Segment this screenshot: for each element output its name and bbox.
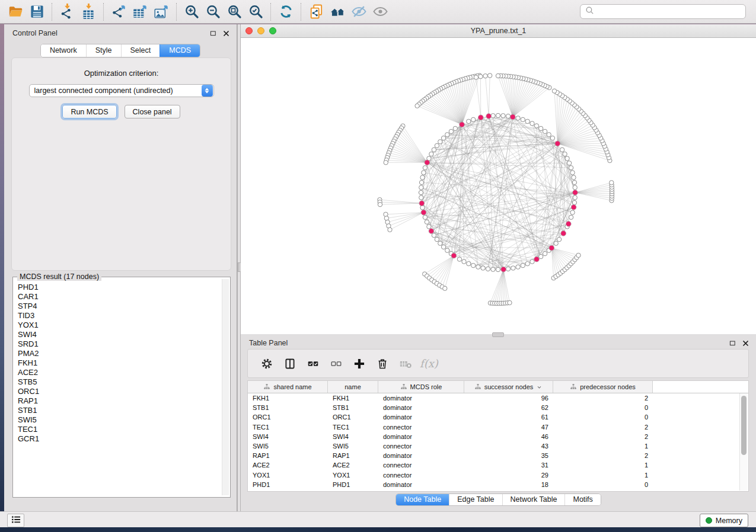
cell: 62 [464,404,553,411]
control-panel-tabs: NetworkStyleSelectMCDS [40,44,200,57]
refresh-button[interactable] [275,2,296,21]
mcds-result-node[interactable]: ORC1 [13,387,222,396]
column-header-shared-name[interactable]: shared name [248,381,328,393]
float-icon[interactable] [209,29,218,40]
cell: 29 [464,472,553,479]
table-scrollbar[interactable] [739,393,748,491]
run-mcds-button[interactable]: Run MCDS [62,105,116,118]
mcds-result-node[interactable]: FKH1 [13,358,222,368]
export-image-button[interactable] [151,2,172,21]
cell: 1 [553,443,653,450]
trash-button[interactable] [374,355,391,373]
tab-node-table[interactable]: Node Table [396,494,449,505]
plus-button[interactable] [350,355,368,373]
mcds-result-node[interactable]: YOX1 [13,321,222,330]
tab-select[interactable]: Select [121,44,160,57]
table-row[interactable]: PHD1PHD1dominator180 [248,480,748,489]
search-icon [585,5,595,18]
column-header-predecessor-nodes[interactable]: predecessor nodes [553,381,653,393]
table-row[interactable]: ORC1ORC1dominator610 [248,412,748,422]
table-row[interactable]: YOX1YOX1connector291 [248,470,748,480]
table-row[interactable]: STB1STB1dominator620 [248,403,748,412]
mcds-result-node[interactable]: SWI5 [13,415,222,425]
zoom-out-button[interactable] [202,2,224,21]
function-builder-button[interactable]: f(x) [420,357,438,370]
network-graph[interactable] [241,38,756,334]
mcds-result-node[interactable]: TEC1 [13,425,222,434]
table-row[interactable]: RAP1RAP1dominator352 [248,451,748,460]
refresh-icon [278,4,294,20]
import-table-icon [81,4,97,20]
table-row[interactable]: ACE2ACE2connector311 [248,460,748,470]
table-scrollbar-thumb[interactable] [741,396,747,455]
export-table-button[interactable] [129,2,151,21]
hide-selected-button[interactable] [348,2,369,21]
sitemap-icon [570,383,577,390]
tab-edge-table[interactable]: Edge Table [449,494,502,505]
column-header-MCDS-role[interactable]: MCDS role [378,381,464,393]
mcds-result-node[interactable]: CAR1 [13,292,222,302]
float-icon [728,339,737,348]
zoom-fit-button[interactable] [224,2,245,21]
export-network-button[interactable] [108,2,129,21]
close-icon[interactable] [222,29,231,40]
column-label: predecessor nodes [580,383,636,390]
zoom-selected-button[interactable] [245,2,266,21]
tab-mcds[interactable]: MCDS [160,44,200,57]
tab-motifs[interactable]: Motifs [564,494,600,505]
import-network-button[interactable] [56,2,78,21]
table-row[interactable]: SWI5SWI5connector431 [248,441,748,451]
mcds-result-node[interactable]: GCR1 [13,434,222,444]
mcds-result-node[interactable]: SRD1 [13,339,222,349]
mcds-result-scrollbar[interactable] [222,279,229,495]
first-neighbors-button[interactable] [327,2,348,21]
mcds-result-node[interactable]: STB1 [13,406,222,415]
table-row[interactable]: SWI4SWI4dominator462 [248,432,748,441]
network-window-title: YPA_prune.txt_1 [241,27,756,35]
cell: FKH1 [328,395,378,402]
table-row[interactable]: TEC1TEC1connector472 [248,422,748,432]
column-header-name[interactable]: name [328,381,378,393]
cell: RAP1 [248,452,328,459]
tab-style[interactable]: Style [86,44,121,57]
mcds-result-node[interactable]: STB5 [13,377,222,387]
columns-icon [283,357,296,370]
node-table: shared namenameMCDS rolesuccessor nodesp… [247,380,749,492]
search-input[interactable] [597,5,745,18]
import-table-button[interactable] [78,2,99,21]
network-canvas[interactable] [241,38,756,334]
tab-network-table[interactable]: Network Table [502,494,565,505]
columns-button[interactable] [281,355,299,373]
show-all-button[interactable] [369,2,391,21]
mcds-result-title: MCDS result (17 nodes) [17,273,101,281]
criterion-select[interactable]: largest connected component (undirected) [29,84,214,97]
mcds-result-node[interactable]: RAP1 [13,396,222,406]
mcds-result-node[interactable]: TID3 [13,311,222,321]
column-header-successor-nodes[interactable]: successor nodes [464,381,553,393]
close-panel-button[interactable]: Close panel [125,105,180,118]
zoom-fit-icon [227,4,243,20]
cb-unchecked-button[interactable] [327,355,345,373]
mcds-result-node[interactable]: SWI4 [13,330,222,339]
memory-button[interactable]: Memory [700,514,748,527]
cell: 0 [553,414,653,421]
mcds-result-node[interactable]: PHD1 [13,283,222,292]
mcds-result-node[interactable]: STP4 [13,302,222,311]
task-history-button[interactable] [7,514,24,527]
cb-checked-button[interactable] [304,355,322,373]
mcds-result-node[interactable]: PMA2 [13,349,222,358]
tab-network[interactable]: Network [41,44,86,57]
zoom-in-button[interactable] [181,2,202,21]
node-table-rows: FKH1FKH1dominator962STB1STB1dominator620… [248,393,748,489]
open-folder-button[interactable] [5,2,26,21]
list-status-icon [11,514,21,525]
mcds-result-node[interactable]: ACE2 [13,368,222,377]
gear-button[interactable] [258,355,276,373]
save-button[interactable] [26,2,47,21]
horizontal-splitter-grip[interactable] [492,332,504,337]
cell: PHD1 [328,481,378,488]
table-row[interactable]: FKH1FKH1dominator962 [248,393,748,403]
zoom-out-icon [205,4,221,20]
duplicate-network-button[interactable] [305,2,327,21]
table-clear-button[interactable] [397,355,414,373]
